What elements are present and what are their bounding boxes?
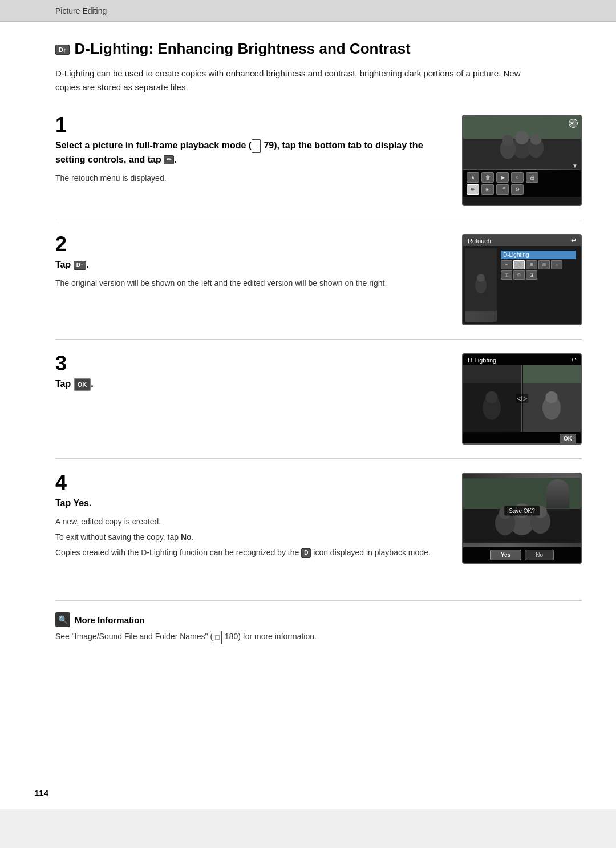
step-3-instruction: Tap OK.: [55, 377, 445, 391]
d-light-icon: D: [513, 260, 525, 269]
step-2-content: 2 Tap D↑. The original version will be s…: [55, 234, 445, 325]
screen2-icon-row1: ✂ D ⊞ ▥ ○: [501, 260, 576, 269]
settings-icon: ⚙: [511, 184, 524, 195]
filter-icon: ◫: [501, 270, 512, 280]
retouch-icon: ✏: [164, 155, 174, 164]
icon-row-2: ✏ ⊞ 🎤 ⚙: [467, 184, 577, 195]
back-arrow-icon: ↩: [571, 237, 576, 244]
screen2-menu-area: D-Lighting ✂ D ⊞ ▥ ○ ◫ ⊡ ◪: [499, 248, 578, 322]
step-2-number: 2: [55, 234, 445, 255]
step-2: 2 Tap D↑. The original version will be s…: [55, 220, 582, 339]
edit-icon: ✏: [467, 184, 479, 195]
step-2-instruction: Tap D↑.: [55, 258, 445, 272]
screen3-back-icon: ↩: [571, 356, 576, 364]
ok-button-icon: OK: [74, 378, 91, 391]
step-4: 4 Tap Yes. A new, edited copy is created…: [55, 458, 582, 578]
breadcrumb: Picture Editing: [55, 6, 107, 15]
original-photo: [463, 365, 521, 432]
step-1: 1 Select a picture in full-frame playbac…: [55, 115, 582, 220]
step-4-note-1: A new, edited copy is created.: [55, 516, 445, 528]
screen3-footer: OK: [463, 432, 581, 445]
more-info-section: 🔍 More Information See "Image/Sound File…: [55, 600, 582, 644]
step-3-number: 3: [55, 353, 445, 374]
step-3: 3 Tap OK. D-Lighting ↩: [55, 339, 582, 458]
play-icon: ▶: [496, 172, 509, 183]
print-icon: 🖨: [526, 172, 538, 183]
edited-photo: [523, 365, 581, 432]
step-2-screen: Retouch ↩ D-Lighting: [462, 234, 582, 325]
step-3-screen: D-Lighting ↩ ◁▷: [462, 353, 582, 445]
ok-btn[interactable]: OK: [560, 434, 576, 443]
screen4-footer: Yes No: [463, 547, 581, 563]
retouch-menu-screen: ★ ▼ ★ 🗑 ▶ ○ 🖨 ✏ ⊞ �: [462, 115, 582, 206]
yes-btn[interactable]: Yes: [490, 550, 521, 560]
step-1-number: 1: [55, 115, 445, 135]
step-4-content: 4 Tap Yes. A new, edited copy is created…: [55, 473, 445, 564]
save-ok-screen: Save OK? Yes No: [462, 473, 582, 564]
trash-icon: 🗑: [481, 172, 494, 183]
color-icon: ◪: [526, 270, 537, 280]
page-number: 114: [34, 788, 48, 798]
mic-icon: 🎤: [496, 184, 509, 195]
circle-icon: ○: [551, 260, 562, 269]
comparison-divider: ◁▷: [521, 365, 522, 432]
step-1-content: 1 Select a picture in full-frame playbac…: [55, 115, 445, 206]
crop-icon: ✂: [501, 260, 512, 269]
screen2-body: D-Lighting ✂ D ⊞ ▥ ○ ◫ ⊡ ◪: [463, 246, 581, 324]
step-4-instruction: Tap Yes.: [55, 496, 445, 510]
d-lighting-label: D-Lighting: [468, 357, 496, 364]
more-info-title: More Information: [75, 615, 145, 625]
svg-point-18: [545, 391, 557, 403]
step-4-note-3: Copies created with the D-Lighting funct…: [55, 547, 445, 559]
step-4-number: 4: [55, 473, 445, 493]
grid-icon: ⊞: [526, 260, 537, 269]
d-lighting-title-icon: D↑: [55, 45, 70, 55]
screen1-icons-bar: ★ 🗑 ▶ ○ 🖨 ✏ ⊞ 🎤 ⚙: [463, 170, 581, 197]
svg-text:★: ★: [569, 120, 574, 126]
screen2-header: Retouch ↩: [463, 235, 581, 246]
svg-rect-15: [463, 365, 521, 383]
save-ok-overlay: Save OK?: [504, 506, 540, 515]
screen2-icon-row2: ◫ ⊡ ◪: [501, 270, 576, 280]
icon-row-1: ★ 🗑 ▶ ○ 🖨: [467, 172, 577, 183]
screen4-photo: Save OK?: [463, 474, 581, 547]
d-lighting-comparison-screen: D-Lighting ↩ ◁▷: [462, 353, 582, 445]
svg-rect-19: [523, 365, 581, 383]
screen3-body: ◁▷: [463, 365, 581, 432]
intro-text: D-Lighting can be used to create copies …: [55, 67, 523, 94]
svg-point-7: [530, 134, 542, 145]
more-info-icon: 🔍: [55, 612, 70, 627]
page-title: D↑D-Lighting: Enhancing Brightness and C…: [55, 40, 411, 58]
main-content: D↑D-Lighting: Enhancing Brightness and C…: [0, 22, 616, 809]
star-icon: ★: [467, 172, 479, 183]
svg-point-14: [485, 391, 497, 403]
d-lighting-tap-icon: D↑: [74, 261, 86, 270]
retouch-label: Retouch: [468, 237, 491, 244]
step-3-content: 3 Tap OK.: [55, 353, 445, 445]
step-4-screen: Save OK? Yes No: [462, 473, 582, 564]
screen1-photo: ★ ▼: [463, 116, 581, 170]
svg-point-11: [477, 274, 485, 282]
more-info-header: 🔍 More Information: [55, 612, 582, 627]
adjust-icon: ▥: [538, 260, 550, 269]
frame-icon: ⊡: [513, 270, 525, 280]
retouch2-icon: ⊞: [481, 184, 494, 195]
d-lighting-menu-item: D-Lighting: [501, 251, 576, 259]
book-ref-icon: □: [252, 139, 261, 153]
no-btn[interactable]: No: [525, 550, 554, 560]
step-1-screen: ★ ▼ ★ 🗑 ▶ ○ 🖨 ✏ ⊞ �: [462, 115, 582, 206]
step-4-note-2: To exit without saving the copy, tap No.: [55, 531, 445, 543]
step-2-note: The original version will be shown on th…: [55, 277, 445, 289]
more-info-text: See "Image/Sound File and Folder Names" …: [55, 631, 582, 644]
header-bar: Picture Editing: [0, 0, 616, 22]
step-1-instruction: Select a picture in full-frame playback …: [55, 139, 445, 167]
svg-point-5: [502, 135, 514, 146]
svg-point-3: [515, 131, 529, 144]
comparison-arrow: ◁▷: [516, 394, 528, 403]
connect-icon: ○: [511, 172, 524, 183]
d-lighting-select-screen: Retouch ↩ D-Lighting: [462, 234, 582, 325]
page-title-section: D↑D-Lighting: Enhancing Brightness and C…: [55, 40, 582, 58]
step-1-note: The retouch menu is displayed.: [55, 172, 445, 184]
more-info-book-icon: □: [213, 631, 222, 644]
screen3-header: D-Lighting ↩: [463, 354, 581, 365]
